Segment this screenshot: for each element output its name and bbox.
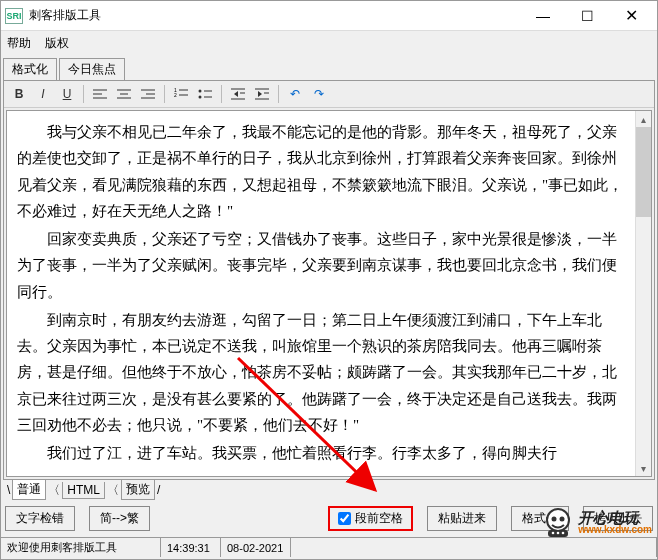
scroll-down-icon[interactable]: ▾ xyxy=(636,460,651,476)
menu-help[interactable]: 帮助 xyxy=(7,35,31,52)
status-spacer xyxy=(291,538,657,557)
status-welcome: 欢迎使用刺客排版工具 xyxy=(1,538,161,557)
scroll-thumb[interactable] xyxy=(636,127,651,217)
paragraph: 我与父亲不相见已二年余了，我最不能忘记的是他的背影。那年冬天，祖母死了，父亲的差… xyxy=(17,119,625,224)
indent-checkbox-label: 段前空格 xyxy=(355,510,403,527)
paragraph: 回家变卖典质，父亲还了亏空；又借钱办了丧事。这些日子，家中光景很是惨淡，一半为了… xyxy=(17,226,625,305)
indent-checkbox-highlight: 段前空格 xyxy=(328,506,413,531)
ordered-list-button[interactable]: 12 xyxy=(170,84,192,104)
app-icon: SRI xyxy=(5,8,23,24)
tab-format[interactable]: 格式化 xyxy=(3,58,57,80)
separator xyxy=(221,85,222,103)
spellcheck-button[interactable]: 文字检错 xyxy=(5,506,75,531)
align-center-button[interactable] xyxy=(113,84,135,104)
paragraph: 到南京时，有朋友约去游逛，勾留了一日；第二日上午便须渡江到浦口，下午上车北去。父… xyxy=(17,307,625,438)
vertical-scrollbar[interactable]: ▴ ▾ xyxy=(635,111,651,476)
align-left-button[interactable] xyxy=(89,84,111,104)
tab-preview[interactable]: 预览 xyxy=(121,480,155,500)
close-button[interactable]: ✕ xyxy=(609,2,653,30)
paste-button[interactable]: 粘贴进来 xyxy=(427,506,497,531)
svg-marker-17 xyxy=(234,91,238,97)
underline-button[interactable]: U xyxy=(56,84,78,104)
paragraph: 我们过了江，进了车站。我买票，他忙着照看行李。行李太多了，得向脚夫行 xyxy=(17,440,625,466)
maximize-button[interactable]: ☐ xyxy=(565,2,609,30)
indent-button[interactable] xyxy=(251,84,273,104)
outdent-button[interactable] xyxy=(227,84,249,104)
svg-text:2: 2 xyxy=(174,92,177,98)
minimize-button[interactable]: — xyxy=(521,2,565,30)
svg-point-28 xyxy=(552,517,557,522)
top-tab-row: 格式化 今日焦点 xyxy=(1,56,657,80)
bottom-tab-row: \ 普通 〈 HTML 〈 预览 / xyxy=(1,480,657,500)
svg-point-14 xyxy=(199,96,202,99)
menubar: 帮助 版权 xyxy=(1,31,657,56)
simp-to-trad-button[interactable]: 简-->繁 xyxy=(89,506,150,531)
watermark-text-url: www.kxdw.com xyxy=(578,525,652,535)
titlebar: SRI 刺客排版工具 — ☐ ✕ xyxy=(1,1,657,31)
svg-point-32 xyxy=(557,532,560,535)
svg-point-33 xyxy=(562,532,565,535)
separator xyxy=(278,85,279,103)
status-time: 14:39:31 xyxy=(161,538,221,557)
italic-button[interactable]: I xyxy=(32,84,54,104)
watermark-icon xyxy=(542,506,574,538)
tab-normal[interactable]: 普通 xyxy=(12,480,46,500)
svg-point-13 xyxy=(199,90,202,93)
separator xyxy=(83,85,84,103)
watermark: 开心电玩 www.kxdw.com xyxy=(542,506,652,538)
undo-button[interactable]: ↶ xyxy=(284,84,306,104)
redo-button[interactable]: ↷ xyxy=(308,84,330,104)
separator xyxy=(164,85,165,103)
unordered-list-button[interactable] xyxy=(194,84,216,104)
window-title: 刺客排版工具 xyxy=(29,7,521,24)
statusbar: 欢迎使用刺客排版工具 14:39:31 08-02-2021 xyxy=(1,537,657,557)
align-right-button[interactable] xyxy=(137,84,159,104)
format-toolbar: B I U 12 xyxy=(4,81,654,108)
status-date: 08-02-2021 xyxy=(221,538,291,557)
svg-point-31 xyxy=(552,532,555,535)
text-editor[interactable]: 我与父亲不相见已二年余了，我最不能忘记的是他的背影。那年冬天，祖母死了，父亲的差… xyxy=(7,111,635,476)
bold-button[interactable]: B xyxy=(8,84,30,104)
indent-checkbox[interactable] xyxy=(338,512,351,525)
tab-html[interactable]: HTML xyxy=(62,482,105,499)
menu-copyright[interactable]: 版权 xyxy=(45,35,69,52)
svg-marker-21 xyxy=(258,91,262,97)
watermark-text-cn: 开心电玩 xyxy=(578,510,652,525)
scroll-up-icon[interactable]: ▴ xyxy=(636,111,651,127)
tab-today-focus[interactable]: 今日焦点 xyxy=(59,58,125,80)
svg-point-29 xyxy=(560,517,565,522)
